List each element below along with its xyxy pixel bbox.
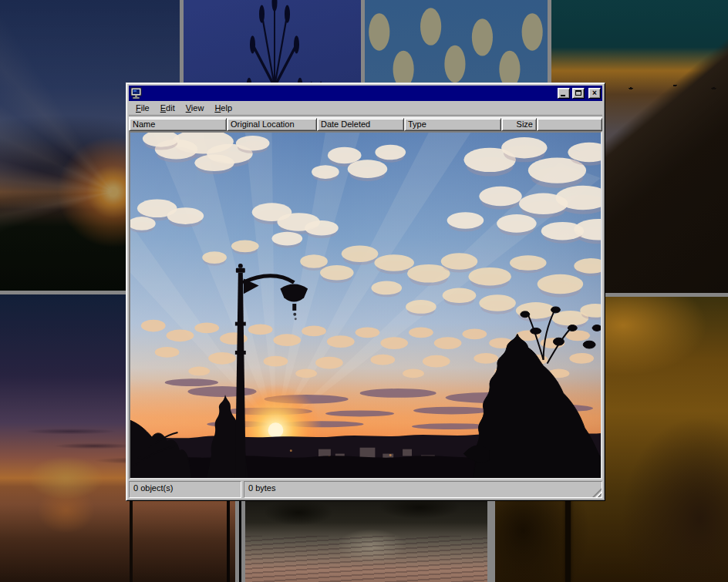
column-header-blank[interactable] [537, 118, 602, 131]
status-size: 0 bytes [244, 481, 602, 498]
minimize-icon [561, 95, 565, 96]
minimize-button[interactable] [558, 88, 570, 99]
close-icon: × [592, 89, 597, 97]
maximize-button[interactable] [572, 88, 585, 99]
column-header-original-location[interactable]: Original Location [227, 118, 317, 131]
column-headers: NameOriginal LocationDate DeletedTypeSiz… [129, 118, 602, 131]
file-list-area[interactable] [129, 131, 602, 479]
menu-edit[interactable]: Edit [155, 103, 180, 113]
menu-view[interactable]: View [180, 103, 210, 113]
column-header-size[interactable]: Size [501, 118, 537, 131]
computer-icon[interactable] [130, 87, 143, 99]
sunset-streetlamp-photo [130, 133, 601, 478]
menu-bar: FileEditViewHelp [129, 101, 602, 115]
column-header-name[interactable]: Name [129, 118, 227, 131]
desktop: × FileEditViewHelp NameOriginal Location… [0, 0, 728, 582]
menu-help[interactable]: Help [209, 103, 238, 113]
title-bar[interactable]: × [129, 86, 602, 101]
column-header-type[interactable]: Type [404, 118, 501, 131]
recycle-bin-window: × FileEditViewHelp NameOriginal Location… [126, 82, 605, 501]
maximize-icon [575, 90, 581, 96]
close-button[interactable]: × [588, 88, 601, 99]
status-objects: 0 object(s) [129, 481, 241, 498]
status-bar: 0 object(s) 0 bytes [129, 479, 602, 498]
menu-file[interactable]: File [130, 103, 155, 113]
column-header-date-deleted[interactable]: Date Deleted [317, 118, 404, 131]
